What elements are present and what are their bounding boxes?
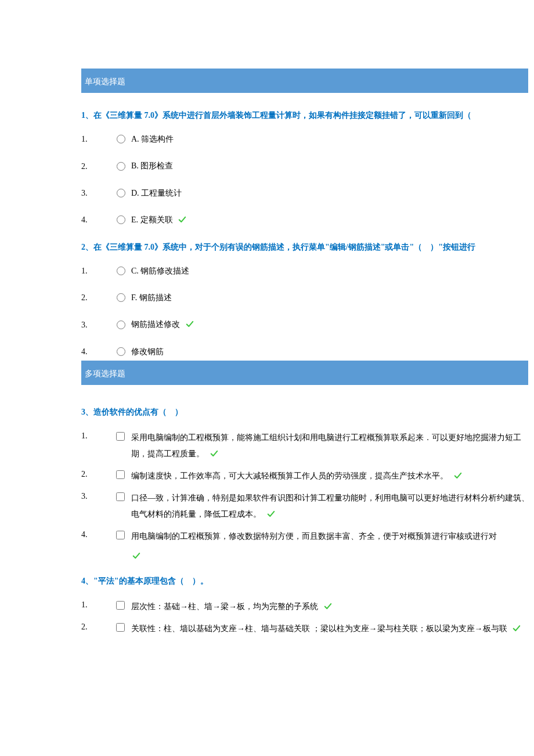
- question-4-text: 4、"平法"的基本原理包含（ ）。: [81, 575, 534, 587]
- section-header-single: 单项选择题: [81, 69, 528, 93]
- q1-opt3-radio[interactable]: [117, 189, 125, 197]
- checkmark-icon: [177, 215, 187, 224]
- q4-opt1-checkbox[interactable]: [116, 601, 125, 610]
- q3-opt2-num: 2.: [81, 468, 109, 479]
- q3-opt3-text: 口径—致，计算准确，特别是如果软件有识图和计算工程量功能时，利用电脑可以更好地进…: [131, 494, 529, 519]
- checkmark-icon: [185, 320, 195, 328]
- q2-opt2-num: 2.: [81, 293, 109, 303]
- q1-option-1: 1. A. 筛选构件: [81, 133, 534, 146]
- q2-opt4-radio[interactable]: [117, 347, 125, 356]
- q2-opt2-text: F. 钢筋描述: [131, 293, 172, 302]
- q3-opt2-checkbox[interactable]: [116, 470, 125, 479]
- q4-option-1: 1. 层次性：基础→柱、墙→梁→板，均为完整的子系统: [81, 599, 534, 615]
- q1-opt1-text: A. 筛选构件: [131, 135, 174, 143]
- q3-opt3-num: 3.: [81, 490, 109, 501]
- checkmark-icon: [131, 552, 142, 560]
- checkmark-icon: [511, 624, 522, 632]
- question-1-text: 1、在《三维算量 7.0》系统中进行首层外墙装饰工程量计算时，如果有构件挂接定额…: [81, 109, 534, 121]
- q3-opt4-num: 4.: [81, 528, 109, 539]
- checkmark-icon: [209, 449, 219, 458]
- q2-option-1: 1. C. 钢筋修改描述: [81, 265, 534, 278]
- section-header-multi: 多项选择题: [81, 361, 528, 385]
- q2-opt3-radio[interactable]: [117, 321, 125, 329]
- q2-option-3: 3. 钢筋描述修改: [81, 318, 534, 331]
- q2-opt4-text: 修改钢筋: [131, 347, 164, 356]
- q3-option-2: 2. 编制速度快，工作效率高，可大大减轻概预算工作人员的劳动强度，提高生产技术水…: [81, 468, 534, 484]
- checkmark-icon: [323, 602, 333, 610]
- q2-option-2: 2. F. 钢筋描述: [81, 291, 534, 304]
- q1-opt1-radio[interactable]: [117, 135, 125, 143]
- q2-opt1-text: C. 钢筋修改描述: [131, 267, 189, 275]
- q3-option-3: 3. 口径—致，计算准确，特别是如果软件有识图和计算工程量功能时，利用电脑可以更…: [81, 490, 534, 523]
- q1-option-3: 3. D. 工程量统计: [81, 187, 534, 200]
- q2-opt4-num: 4.: [81, 347, 109, 357]
- q1-opt1-num: 1.: [81, 135, 109, 144]
- q3-opt2-text: 编制速度快，工作效率高，可大大减轻概预算工作人员的劳动强度，提高生产技术水平。: [131, 471, 448, 480]
- q3-opt1-num: 1.: [81, 430, 109, 441]
- q3-option-4: 4. 用电脑编制的工程概预算，修改数据特别方便，而且数据丰富、齐全，便于对概预算…: [81, 528, 534, 560]
- q3-opt4-text: 用电脑编制的工程概预算，修改数据特别方便，而且数据丰富、齐全，便于对概预算进行审…: [131, 532, 497, 541]
- checkmark-icon: [266, 510, 276, 518]
- q4-option-2: 2. 关联性：柱、墙以基础为支座→柱、墙与基础关联 ；梁以柱为支座→梁与柱关联；…: [81, 621, 534, 637]
- checkmark-icon: [453, 471, 463, 480]
- q1-opt3-num: 3.: [81, 189, 109, 198]
- q3-opt4-checkbox[interactable]: [116, 531, 125, 539]
- q1-option-2: 2. B. 图形检查: [81, 160, 534, 172]
- q1-opt4-num: 4.: [81, 215, 109, 225]
- q4-opt2-num: 2.: [81, 621, 109, 632]
- section-title-multi: 多项选择题: [85, 369, 125, 378]
- q4-opt1-num: 1.: [81, 599, 109, 610]
- q1-opt2-num: 2.: [81, 162, 109, 171]
- q1-opt2-text: B. 图形检查: [131, 161, 173, 170]
- question-3-text: 3、造价软件的优点有（ ）: [81, 406, 534, 418]
- q1-option-4: 4. E. 定额关联: [81, 214, 534, 226]
- q2-opt1-radio[interactable]: [117, 267, 125, 275]
- q1-opt3-text: D. 工程量统计: [131, 189, 182, 197]
- q4-opt2-text: 关联性：柱、墙以基础为支座→柱、墙与基础关联 ；梁以柱为支座→梁与柱关联；板以梁…: [131, 624, 507, 633]
- q4-opt1-text: 层次性：基础→柱、墙→梁→板，均为完整的子系统: [131, 602, 318, 611]
- q2-option-4: 4. 修改钢筋: [81, 345, 534, 358]
- q3-opt3-checkbox[interactable]: [116, 492, 125, 501]
- question-2-text: 2、在《三维算量 7.0》系统中，对于个别有误的钢筋描述，执行菜单"编辑/钢筋描…: [81, 241, 534, 253]
- q2-opt3-text: 钢筋描述修改: [131, 320, 180, 329]
- q3-opt1-text: 采用电脑编制的工程概预算，能将施工组织计划和用电脑进行工程概预算联系起来．可以更…: [131, 433, 521, 458]
- q4-opt2-checkbox[interactable]: [116, 623, 125, 632]
- q1-opt4-text: E. 定额关联: [131, 215, 173, 224]
- q1-opt2-radio[interactable]: [117, 162, 125, 171]
- q3-opt1-checkbox[interactable]: [116, 432, 125, 441]
- q1-opt4-radio[interactable]: [117, 215, 125, 224]
- q2-opt3-num: 3.: [81, 321, 109, 330]
- q2-opt2-radio[interactable]: [117, 293, 125, 302]
- section-title-single: 单项选择题: [85, 77, 125, 86]
- q2-opt1-num: 1.: [81, 267, 109, 276]
- q3-option-1: 1. 采用电脑编制的工程概预算，能将施工组织计划和用电脑进行工程概预算联系起来．…: [81, 430, 534, 462]
